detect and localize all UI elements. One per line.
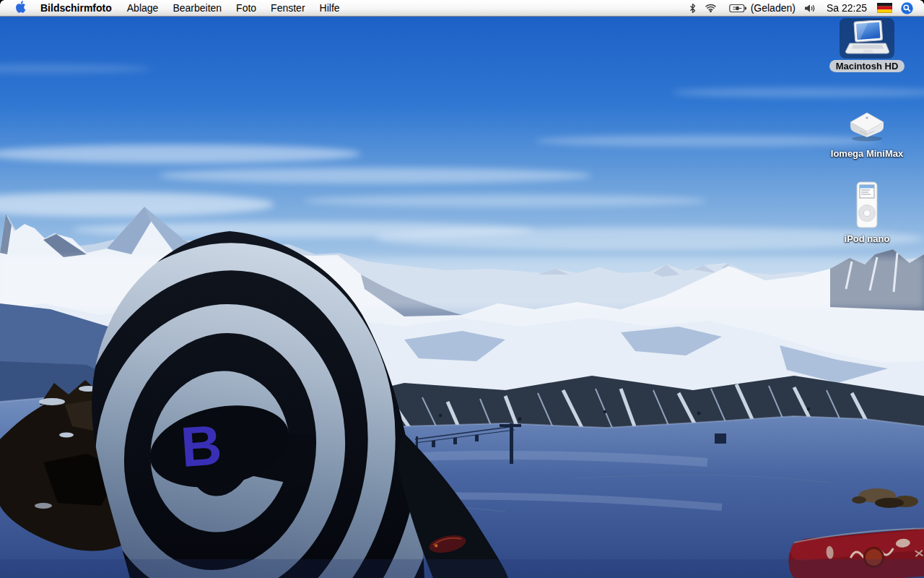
menu-ablage[interactable]: Ablage	[120, 0, 166, 16]
menu-foto[interactable]: Foto	[229, 0, 263, 16]
menu-bar-status: (Geladen) Sa 22:25	[685, 0, 924, 16]
bluetooth-menu-extra[interactable]	[685, 0, 700, 16]
menu-bar-left: Bildschirmfoto Ablage Bearbeiten Foto Fe…	[0, 0, 347, 16]
apple-icon	[15, 1, 26, 16]
battery-menu-extra[interactable]: (Geladen)	[721, 0, 800, 16]
desktop-icon-ipod-nano[interactable]: iPod nano	[827, 179, 907, 244]
menu-hilfe[interactable]: Hilfe	[313, 0, 347, 16]
keyboard-layout-menu-extra[interactable]	[873, 0, 897, 16]
wifi-menu-extra[interactable]	[700, 0, 721, 16]
clock-menu-extra[interactable]: Sa 22:25	[821, 0, 873, 16]
desktop-icon-macintosh-hd[interactable]: Macintosh HD	[827, 18, 907, 72]
german-flag-icon	[877, 3, 892, 13]
icon-label-macintosh-hd: Macintosh HD	[829, 60, 905, 72]
wifi-icon	[705, 4, 717, 12]
bluetooth-icon	[689, 3, 696, 14]
ipod-icon	[851, 179, 883, 231]
volume-menu-extra[interactable]	[800, 0, 821, 16]
spotlight-menu-extra[interactable]	[897, 0, 918, 16]
volume-icon	[804, 4, 816, 13]
spotlight-icon	[901, 2, 913, 14]
macbook-volume-icon	[840, 18, 894, 59]
battery-status-text: (Geladen)	[751, 2, 796, 14]
battery-charged-icon	[729, 4, 747, 13]
menu-bar: Bildschirmfoto Ablage Bearbeiten Foto Fe…	[0, 0, 924, 17]
icon-label-iomega-minimax: Iomega MiniMax	[831, 148, 903, 159]
menu-bildschirmfoto[interactable]: Bildschirmfoto	[32, 0, 120, 16]
menu-fenster[interactable]: Fenster	[263, 0, 312, 16]
svg-text:B: B	[179, 413, 224, 479]
desktop-wallpaper: B	[0, 0, 924, 578]
menu-bearbeiten[interactable]: Bearbeiten	[165, 0, 229, 16]
desktop-icon-iomega-minimax[interactable]: Iomega MiniMax	[827, 105, 907, 159]
icon-label-ipod-nano: iPod nano	[845, 233, 890, 244]
apple-menu[interactable]	[6, 0, 32, 16]
external-drive-icon	[841, 105, 893, 146]
